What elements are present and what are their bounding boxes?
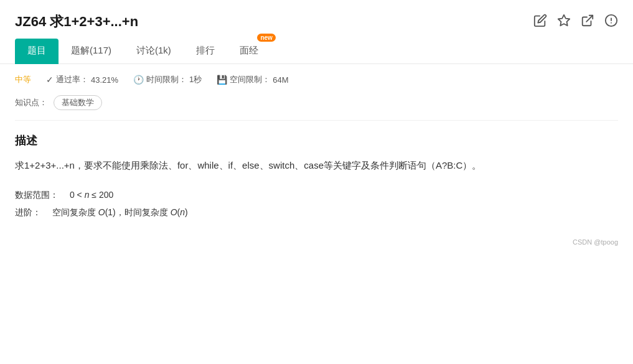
clock-icon: 🕐 [133,75,144,85]
space-limit-item: 💾 空间限制： 64M [217,74,288,85]
tab-rank[interactable]: 排行 [184,39,227,64]
advance-line: 进阶： 空间复杂度 O(1)，时间复杂度 O(n) [15,203,618,221]
data-range-text: 0 < n ≤ 200 [61,190,113,200]
header-icons [533,14,618,30]
tab-discuss[interactable]: 讨论(1k) [124,39,184,64]
edit-icon[interactable] [533,14,547,30]
data-range-title: 数据范围： [15,190,59,200]
space-limit-value: 64M [273,75,288,85]
description-paragraph: 求1+2+3+...+n，要求不能使用乘除法、for、while、if、else… [15,157,618,174]
pass-rate-label: 通过率： [56,74,88,85]
page-container: JZ64 求1+2+3+...+n [0,0,633,251]
page-title: JZ64 求1+2+3+...+n [15,12,138,31]
data-range-line: 数据范围： 0 < n ≤ 200 [15,186,618,203]
pass-rate-value: 43.21% [91,75,118,85]
time-limit-value: 1秒 [189,74,202,85]
share-icon[interactable] [581,14,594,30]
check-icon: ✓ [46,75,54,85]
svg-line-1 [586,15,593,21]
description-section: 描述 求1+2+3+...+n，要求不能使用乘除法、for、while、if、e… [0,121,633,233]
footer-credit: CSDN @tpoog [0,233,633,251]
advance-text: 空间复杂度 O(1)，时间复杂度 O(n) [44,207,188,217]
info-icon[interactable] [604,14,618,30]
new-badge: new [257,34,275,42]
description-text: 求1+2+3+...+n，要求不能使用乘除法、for、while、if、else… [15,157,618,174]
knowledge-row: 知识点： 基础数学 [0,90,633,120]
difficulty-label: 中等 [15,74,31,85]
knowledge-tag-math[interactable]: 基础数学 [54,95,102,110]
tab-problem[interactable]: 题目 [15,39,59,64]
tab-interview[interactable]: 面经 [227,39,271,64]
time-limit-label: 时间限制： [146,74,187,85]
memory-icon: 💾 [217,75,227,85]
tab-solution[interactable]: 题解(117) [59,39,124,64]
svg-marker-0 [558,14,570,25]
tabs-bar: 题目 题解(117) 讨论(1k) 排行 面经 new [0,39,633,64]
tab-interview-wrapper: 面经 new [227,39,271,63]
pass-rate-item: ✓ 通过率： 43.21% [46,74,118,85]
advance-title: 进阶： [15,207,41,217]
star-icon[interactable] [557,14,571,30]
time-limit-item: 🕐 时间限制： 1秒 [133,74,202,85]
space-limit-label: 空间限制： [230,74,270,85]
description-title: 描述 [15,133,618,148]
header: JZ64 求1+2+3+...+n [0,0,633,31]
meta-bar: 中等 ✓ 通过率： 43.21% 🕐 时间限制： 1秒 💾 空间限制： 64M [0,64,633,90]
knowledge-label: 知识点： [15,97,47,108]
data-range-block: 数据范围： 0 < n ≤ 200 进阶： 空间复杂度 O(1)，时间复杂度 O… [15,186,618,221]
